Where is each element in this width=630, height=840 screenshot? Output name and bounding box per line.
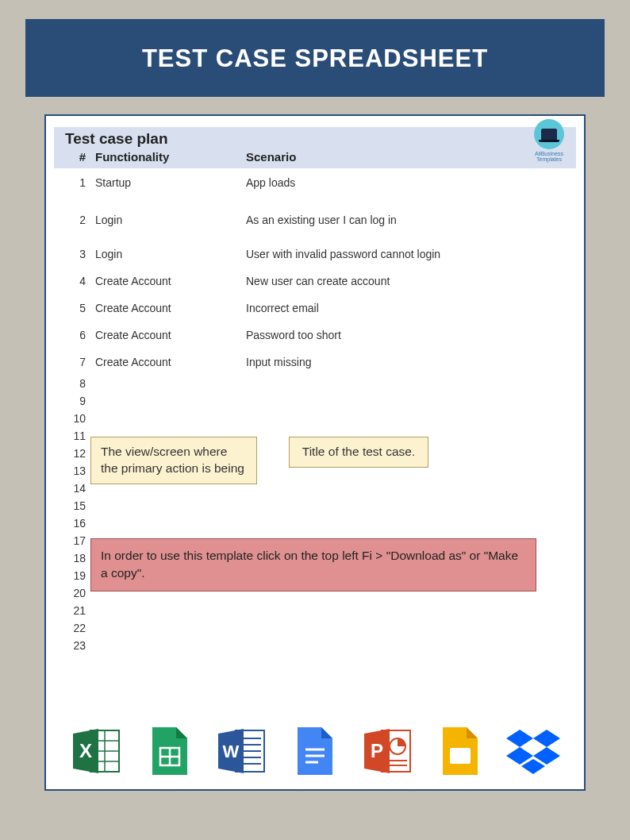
plan-title: Test case plan [54, 127, 576, 148]
cell-num: 10 [65, 412, 95, 426]
cell-num: 8 [65, 377, 95, 391]
page-title-banner: TEST CASE SPREADSHEET [25, 19, 605, 97]
cell-functionality: Startup [95, 176, 246, 189]
note-scenario: Title of the test case. [289, 437, 428, 468]
svg-marker-30 [533, 730, 560, 747]
cell-scenario: Incorrect email [246, 302, 573, 314]
cell-functionality: Login [95, 248, 246, 260]
cell-num: 1 [65, 176, 95, 189]
cell-num: 21 [65, 604, 95, 618]
document-preview: AllBusiness Templates Test case plan # F… [44, 114, 586, 791]
table-row-empty: 10 [54, 410, 576, 428]
cell-num: 3 [65, 248, 95, 260]
table-row: 7 Create Account Input missing [54, 349, 576, 376]
cell-scenario: Password too short [246, 329, 573, 341]
word-icon[interactable]: W [213, 722, 271, 780]
column-header-row: # Functionality Scenario [54, 148, 576, 168]
cell-functionality: Login [95, 214, 246, 226]
cell-functionality: Create Account [95, 302, 246, 314]
svg-text:W: W [223, 742, 240, 761]
table-row: 1 Startup App loads [54, 168, 576, 206]
google-slides-icon[interactable] [432, 722, 489, 780]
google-docs-icon[interactable] [286, 722, 344, 780]
laptop-icon [534, 119, 564, 149]
table-body: 1 Startup App loads 2 Login As an existi… [46, 168, 584, 655]
dropbox-icon[interactable] [505, 722, 562, 780]
table-row: 5 Create Account Incorrect email [54, 295, 576, 322]
table-row-empty: 15 [54, 498, 576, 515]
cell-scenario: As an existing user I can log in [246, 214, 573, 226]
cell-num: 5 [65, 302, 95, 314]
cell-num: 6 [65, 329, 95, 341]
cell-functionality: Create Account [95, 275, 246, 287]
table-row-empty: 22 [54, 620, 576, 638]
cell-num: 22 [65, 622, 95, 636]
cell-num: 4 [65, 275, 95, 287]
table-row-empty: 16 [54, 515, 576, 533]
cell-scenario: Input missing [246, 356, 573, 368]
table-row-empty: 21 [54, 603, 576, 620]
cell-scenario: App loads [246, 176, 573, 189]
column-header-functionality: Functionality [95, 150, 246, 164]
cell-functionality: Create Account [95, 356, 246, 368]
table-row: 4 Create Account New user can create acc… [54, 268, 576, 295]
cell-num: 16 [65, 517, 95, 531]
svg-rect-27 [450, 748, 471, 764]
page-title: TEST CASE SPREADSHEET [142, 44, 488, 72]
column-header-num: # [65, 150, 95, 164]
svg-text:P: P [371, 740, 383, 761]
cell-functionality: Create Account [95, 329, 246, 341]
cell-scenario: User with invalid password cannot login [246, 248, 573, 260]
svg-marker-33 [521, 759, 545, 774]
table-row-empty: 9 [54, 393, 576, 410]
excel-icon[interactable]: X [68, 722, 125, 780]
svg-text:X: X [79, 740, 92, 761]
app-icons-bar: X W [46, 722, 584, 780]
brand-text: AllBusiness Templates [527, 151, 571, 162]
table-row: 6 Create Account Password too short [54, 322, 576, 349]
table-row-empty: 8 [54, 376, 576, 393]
cell-num: 15 [65, 499, 95, 514]
cell-num: 7 [65, 356, 95, 368]
powerpoint-icon[interactable]: P [359, 722, 417, 780]
note-functionality: The view/screen where the primary action… [90, 437, 257, 484]
google-sheets-icon[interactable] [141, 722, 198, 780]
cell-num: 23 [65, 639, 95, 653]
instruction-box: In order to use this template click on t… [90, 538, 536, 591]
cell-scenario: New user can create account [246, 275, 573, 287]
table-row: 2 Login As an existing user I can log in [54, 206, 576, 241]
cell-num: 9 [65, 395, 95, 409]
table-row-empty: 23 [54, 638, 576, 655]
brand-badge: AllBusiness Templates [527, 119, 571, 162]
table-row: 3 Login User with invalid password canno… [54, 241, 576, 268]
cell-num: 2 [65, 214, 95, 226]
svg-marker-29 [506, 730, 533, 747]
column-header-scenario: Scenario [246, 150, 568, 164]
